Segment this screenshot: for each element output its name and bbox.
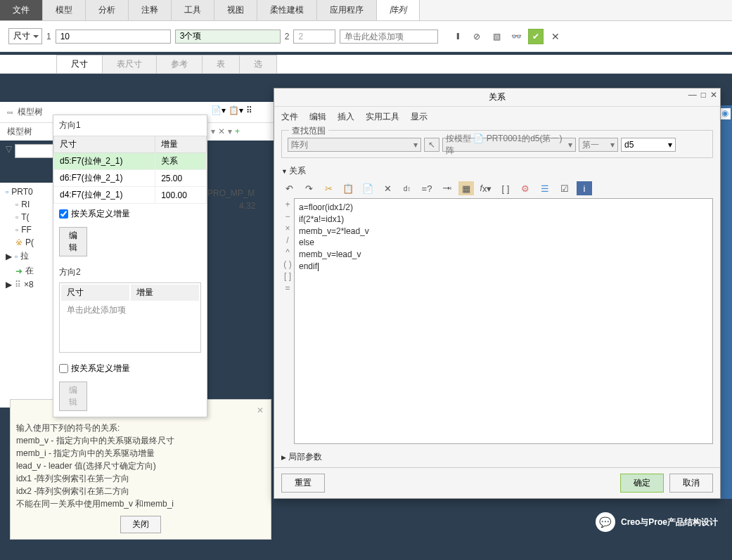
dir1-edit-button[interactable]: 编辑	[59, 227, 87, 256]
relations-section-header[interactable]: 关系	[281, 164, 713, 178]
right-expand-icon[interactable]: ◉	[719, 108, 731, 119]
dir1-col-dim: 尺寸	[54, 136, 155, 153]
equals-icon[interactable]: =?	[419, 181, 435, 195]
cancel-button[interactable]: 取消	[669, 474, 713, 493]
ribbon-tab-file[interactable]: 文件	[0, 0, 43, 20]
wechat-icon: 💬	[596, 512, 615, 532]
ribbon-tab-tools[interactable]: 工具	[172, 0, 214, 20]
help-body: 输入使用下列的符号的关系: memb_v - 指定方向中的关系驱动最终尺寸 me…	[16, 422, 265, 510]
delete-icon[interactable]: ✕	[380, 181, 395, 195]
undo-icon[interactable]: ↶	[281, 181, 297, 195]
info-icon[interactable]: i	[577, 181, 592, 195]
dir1-items-input[interactable]	[175, 30, 281, 44]
tree-root[interactable]: ▫PRT0	[3, 185, 53, 198]
help-close-button[interactable]: 关闭	[120, 516, 161, 533]
tree-item[interactable]: ▫RI	[3, 198, 53, 211]
brackets-icon[interactable]: [ ]	[498, 181, 513, 195]
minimize-icon[interactable]: —	[688, 90, 697, 100]
dir2-items-input[interactable]	[340, 30, 438, 44]
highlight-icon[interactable]: ▦	[458, 181, 474, 195]
dir2-title: 方向2	[53, 262, 207, 282]
inspect-icon[interactable]: ▧	[489, 29, 504, 44]
ribbon-tab-flex[interactable]: 柔性建模	[257, 0, 317, 20]
model-tree: ▫PRT0 ▫RI ▫T( ▫FF ※P( ▶ ▫拉 ➜在 ▶ ⠿×8	[0, 183, 56, 408]
ok-button[interactable]: 确定	[620, 474, 664, 493]
dir1-row[interactable]: d4:F7(拉伸_2_1)100.00	[54, 187, 207, 204]
dir2-table: 尺寸增量 单击此处添加项	[59, 282, 201, 353]
subtab-dim[interactable]: 尺寸	[56, 55, 103, 73]
dir1-row[interactable]: d5:F7(拉伸_2_1)关系	[54, 153, 207, 170]
filter-icon[interactable]: ▽	[6, 144, 12, 158]
sort-icon[interactable]: ☰	[537, 181, 553, 195]
editor-gutter: +−×/^( )[ ]=	[281, 198, 294, 444]
dir2-label: 2	[285, 32, 290, 41]
menu-utils[interactable]: 实用工具	[366, 111, 399, 123]
dir1-relation-checkbox[interactable]	[59, 209, 68, 219]
type-select[interactable]: 尺寸	[8, 28, 42, 44]
dir2-checkbox-label: 按关系定义增量	[71, 363, 130, 375]
direction-panel: 方向1 尺寸增量 d5:F7(拉伸_2_1)关系 d6:F7(拉伸_2_1)25…	[53, 115, 207, 417]
fx-icon[interactable]: fx▾	[478, 181, 494, 195]
search-model-select[interactable]: 按模型 📄 PRT0001的d5(第一)阵▾	[442, 138, 576, 152]
ribbon-tab-pattern[interactable]: 阵列	[377, 0, 420, 20]
subtab-ref[interactable]: 参考	[156, 55, 203, 73]
menu-insert[interactable]: 插入	[338, 111, 354, 123]
ribbon-tab-analysis[interactable]: 分析	[86, 0, 129, 20]
dir1-count-input[interactable]	[56, 30, 171, 44]
help-close-icon[interactable]: ✕	[257, 405, 264, 415]
reset-button[interactable]: 重置	[281, 474, 325, 493]
redo-icon[interactable]: ↷	[301, 181, 316, 195]
search-type-select[interactable]: 阵列▾	[288, 138, 421, 152]
dir2-relation-checkbox[interactable]	[59, 364, 68, 373]
pause-icon[interactable]: II	[449, 29, 465, 44]
dir1-checkbox-row[interactable]: 按关系定义增量	[53, 204, 207, 224]
dir2-add-row[interactable]: 单击此处添加项	[61, 302, 199, 318]
maximize-icon[interactable]: □	[701, 90, 706, 100]
menu-display[interactable]: 显示	[411, 111, 428, 123]
relations-footer: 重置 确定 取消	[274, 467, 720, 498]
subtab-tabledim[interactable]: 表尺寸	[102, 55, 157, 73]
dir2-checkbox-row[interactable]: 按关系定义增量	[53, 358, 207, 379]
tree-item[interactable]: ▫FF	[3, 223, 53, 236]
confirm-icon[interactable]: ✔	[528, 29, 544, 44]
relations-title: 关系	[489, 92, 506, 102]
dir1-checkbox-label: 按关系定义增量	[71, 208, 130, 220]
glasses-icon[interactable]: 👓	[508, 29, 524, 44]
check-icon[interactable]: ☑	[557, 181, 572, 195]
local-params-header[interactable]: 局部参数	[281, 448, 713, 466]
close-icon[interactable]: ✕	[548, 29, 563, 44]
pick-icon[interactable]: ↖	[424, 138, 439, 152]
filter-input[interactable]	[15, 144, 57, 158]
ribbon-tab-model[interactable]: 模型	[43, 0, 86, 20]
subtab-opt[interactable]: 选	[239, 55, 277, 73]
dir1-row[interactable]: d6:F7(拉伸_2_1)25.00	[54, 170, 207, 187]
paste-icon[interactable]: 📄	[360, 181, 375, 195]
behind-value: 4.32	[239, 201, 255, 211]
search-dim-select[interactable]: d5▾	[621, 138, 676, 152]
cancel-icon[interactable]: ⊘	[469, 29, 484, 44]
goto-icon[interactable]: ⭲	[439, 181, 454, 195]
units-icon[interactable]: d↕	[399, 181, 415, 195]
ribbon-tab-annotate[interactable]: 注释	[129, 0, 172, 20]
ribbon-tab-view[interactable]: 视图	[214, 0, 257, 20]
cut-icon[interactable]: ✂	[321, 181, 336, 195]
close-window-icon[interactable]: ✕	[710, 90, 717, 100]
copy-icon[interactable]: 📋	[340, 181, 356, 195]
validate-icon[interactable]: ⚙	[518, 181, 533, 195]
help-panel: 阵列关系符号用法 ✕ 输入使用下列的符号的关系: memb_v - 指定方向中的…	[10, 399, 271, 540]
relations-toolbar: ↶ ↷ ✂ 📋 📄 ✕ d↕ =? ⭲ ▦ fx▾ [ ] ⚙ ☰ ☑ i	[281, 178, 713, 198]
tree-item[interactable]: ▶ ⠿×8	[3, 278, 53, 291]
search-first-select[interactable]: 第一▾	[579, 138, 618, 152]
menu-edit[interactable]: 编辑	[309, 111, 326, 123]
dir1-title: 方向1	[53, 115, 207, 136]
tree-item[interactable]: ▶ ▫拉	[3, 249, 53, 263]
tree-item[interactable]: ➜在	[3, 263, 53, 278]
tree-header: 模型树	[18, 106, 43, 118]
dir2-count-input[interactable]	[293, 30, 335, 44]
tree-item[interactable]: ※P(	[3, 236, 53, 249]
ribbon-tab-apps[interactable]: 应用程序	[317, 0, 377, 20]
subtab-table[interactable]: 表	[202, 55, 240, 73]
tree-item[interactable]: ▫T(	[3, 211, 53, 223]
menu-file[interactable]: 文件	[281, 111, 298, 123]
relations-editor[interactable]: a=floor(idx1/2) if(2*a!=idx1) memb_v=2*l…	[294, 198, 713, 444]
